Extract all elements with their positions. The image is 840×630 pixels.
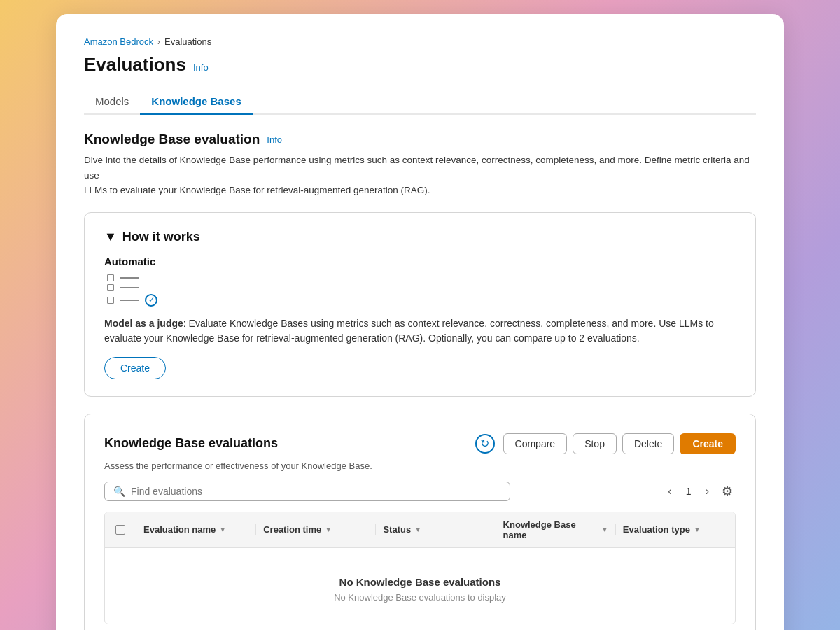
search-input-wrap: 🔍 — [104, 482, 510, 501]
step-line-3 — [120, 300, 139, 301]
breadcrumb: Amazon Bedrock › Evaluations — [84, 36, 756, 47]
breadcrumb-separator: › — [158, 37, 160, 47]
step-square-2 — [107, 284, 114, 291]
kb-evaluation-info-section: Knowledge Base evaluation Info Dive into… — [84, 132, 756, 198]
th-kb-name: Knowledge Base name ▼ — [496, 519, 615, 540]
kb-eval-subtitle: Assess the performance or effectiveness … — [104, 461, 736, 471]
sort-eval-type-icon[interactable]: ▼ — [694, 526, 701, 533]
th-eval-type: Evaluation type ▼ — [615, 524, 735, 535]
empty-subtitle: No Knowledge Base evaluations to display — [119, 592, 721, 603]
steps-diagram: ✓ — [104, 274, 736, 307]
next-page-button[interactable]: › — [701, 484, 713, 499]
step-square-3 — [107, 297, 114, 304]
how-it-works-section: ▼ How it works Automatic ✓ Model as a ju… — [84, 212, 756, 397]
table-header-row: Evaluation name ▼ Creation time ▼ Status… — [105, 512, 735, 548]
step-line-1 — [120, 277, 139, 279]
how-it-works-toggle[interactable]: ▼ How it works — [104, 230, 736, 244]
sort-status-icon[interactable]: ▼ — [414, 526, 421, 533]
th-status: Status ▼ — [375, 524, 495, 535]
step-row-3: ✓ — [107, 294, 736, 307]
step-line-2 — [120, 287, 139, 288]
evaluations-table: Evaluation name ▼ Creation time ▼ Status… — [104, 512, 736, 624]
create-evaluation-button[interactable]: Create — [680, 433, 736, 454]
how-it-works-create-button[interactable]: Create — [104, 357, 166, 379]
page-title: Evaluations — [84, 54, 186, 76]
empty-state: No Knowledge Base evaluations No Knowled… — [105, 548, 735, 624]
step-square-1 — [107, 274, 114, 281]
kb-eval-description: Dive into the details of Knowledge Base … — [84, 153, 756, 198]
section-title-row: Knowledge Base evaluation Info — [84, 132, 756, 147]
automatic-label: Automatic — [104, 255, 736, 267]
kb-eval-info-link[interactable]: Info — [267, 134, 282, 145]
kb-eval-section-title: Knowledge Base evaluation — [84, 132, 260, 147]
search-input[interactable] — [131, 486, 501, 497]
stop-button[interactable]: Stop — [573, 433, 617, 454]
breadcrumb-parent-link[interactable]: Amazon Bedrock — [84, 36, 153, 47]
kb-eval-actions: ↻ Compare Stop Delete Create — [472, 431, 736, 456]
table-settings-button[interactable]: ⚙ — [719, 481, 736, 502]
kb-eval-header: Knowledge Base evaluations ↻ Compare Sto… — [104, 431, 736, 456]
kb-evaluations-table-card: Knowledge Base evaluations ↻ Compare Sto… — [84, 414, 756, 630]
page-info-link[interactable]: Info — [193, 62, 209, 73]
empty-title: No Knowledge Base evaluations — [119, 576, 721, 588]
step-row-1 — [107, 274, 736, 281]
tab-knowledge-bases[interactable]: Knowledge Bases — [140, 90, 252, 115]
tabs-bar: Models Knowledge Bases — [84, 90, 756, 115]
step-row-2 — [107, 284, 736, 291]
page-number: 1 — [682, 486, 696, 497]
kb-eval-table-title: Knowledge Base evaluations — [104, 436, 278, 451]
search-icon: 🔍 — [113, 486, 125, 497]
search-bar-row: 🔍 ‹ 1 › ⚙ — [104, 481, 736, 502]
page-title-row: Evaluations Info — [84, 54, 756, 76]
refresh-button[interactable]: ↻ — [472, 431, 498, 456]
pagination-row: ‹ 1 › ⚙ — [664, 481, 736, 502]
refresh-icon: ↻ — [475, 434, 495, 454]
tab-models[interactable]: Models — [84, 90, 140, 115]
th-creation-time: Creation time ▼ — [255, 524, 375, 535]
delete-button[interactable]: Delete — [622, 433, 674, 454]
main-card: Amazon Bedrock › Evaluations Evaluations… — [56, 14, 784, 630]
how-it-works-title: How it works — [122, 230, 200, 244]
breadcrumb-current: Evaluations — [164, 36, 211, 47]
header-checkbox[interactable] — [115, 525, 125, 535]
th-eval-name: Evaluation name ▼ — [136, 524, 255, 535]
model-judge-description: Model as a judge: Evaluate Knowledge Bas… — [104, 316, 736, 346]
sort-eval-name-icon[interactable]: ▼ — [219, 526, 226, 533]
sort-kb-name-icon[interactable]: ▼ — [601, 526, 608, 533]
collapse-arrow-icon: ▼ — [104, 230, 117, 244]
th-checkbox — [105, 525, 136, 535]
step-check-icon: ✓ — [145, 294, 158, 307]
compare-button[interactable]: Compare — [503, 433, 568, 454]
prev-page-button[interactable]: ‹ — [664, 484, 676, 499]
sort-creation-time-icon[interactable]: ▼ — [325, 526, 332, 533]
